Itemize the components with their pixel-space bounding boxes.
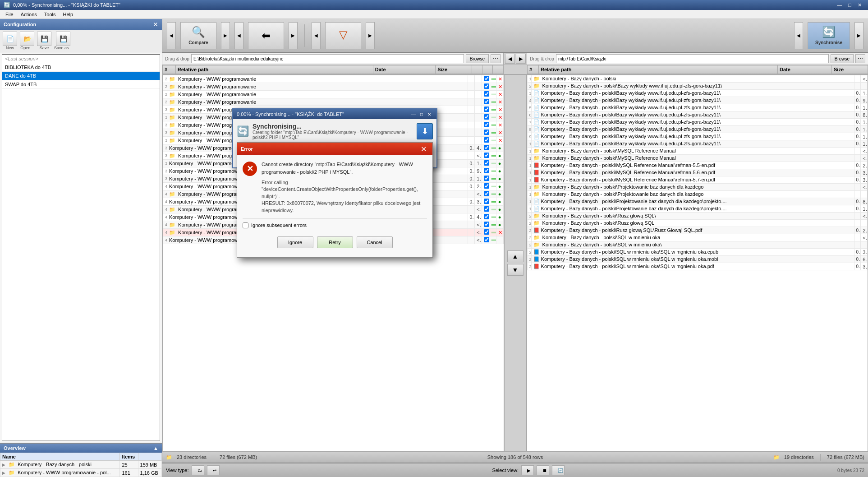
right-browse-button[interactable]: Browse bbox=[831, 54, 854, 63]
table-row[interactable]: 12📁 Komputery - Bazy danych - polski\MyS… bbox=[527, 155, 868, 162]
row-check[interactable] bbox=[484, 229, 489, 235]
left-panel-btn[interactable]: ⬅ bbox=[248, 22, 284, 49]
table-row[interactable]: 20📁 Komputery - Bazy danych - polski\Rus… bbox=[527, 213, 868, 220]
row-check[interactable] bbox=[484, 168, 489, 173]
config-session-3[interactable]: SWAP do 4TB bbox=[2, 80, 160, 89]
sync-minimize-button[interactable]: — bbox=[409, 110, 418, 118]
cancel-button[interactable]: Cancel bbox=[357, 236, 393, 248]
filter-arrow-right[interactable]: ▶ bbox=[366, 22, 375, 49]
view-type-btn1[interactable]: 🗂 bbox=[192, 465, 204, 475]
compare-arrow-left[interactable]: ◀ bbox=[167, 22, 176, 49]
table-row[interactable]: 26📘 Komputery - Bazy danych - polski\SQL… bbox=[527, 256, 868, 263]
right-path-input[interactable] bbox=[556, 54, 829, 63]
row-check[interactable] bbox=[484, 130, 489, 135]
row-check[interactable] bbox=[484, 91, 489, 97]
menu-help[interactable]: Help bbox=[60, 11, 77, 18]
right-col-path[interactable]: Relative path bbox=[539, 65, 778, 74]
row-check[interactable] bbox=[484, 237, 489, 242]
tool-new-button[interactable]: 📄 bbox=[3, 32, 17, 46]
left-col-size[interactable]: Size bbox=[436, 65, 472, 74]
table-row[interactable]: 15📕 Komputery - Bazy danych - polski\MyS… bbox=[527, 176, 868, 184]
row-check[interactable] bbox=[484, 83, 489, 89]
row-check[interactable] bbox=[484, 145, 489, 150]
table-row[interactable]: 9📄 Komputery - Bazy danych - polski\Bazy… bbox=[527, 133, 868, 140]
expand-icon-2[interactable]: ▶ bbox=[2, 471, 5, 475]
row-check[interactable] bbox=[484, 114, 489, 120]
row-check[interactable] bbox=[484, 153, 489, 158]
table-row[interactable]: 11📁 Komputery - Bazy danych - polski\MyS… bbox=[527, 148, 868, 155]
maximize-button[interactable]: □ bbox=[845, 1, 854, 9]
left-nav-button[interactable]: ⋯ bbox=[491, 54, 501, 63]
left-path-input[interactable] bbox=[191, 54, 464, 63]
menu-tools[interactable]: Tools bbox=[41, 11, 60, 18]
menu-file[interactable]: File bbox=[2, 11, 17, 18]
right-nav-button[interactable]: ⋯ bbox=[855, 54, 865, 63]
sync-arrow-right[interactable]: ▶ bbox=[854, 22, 863, 49]
table-row[interactable]: 17📁 Komputery - Bazy danych - polski\Pro… bbox=[527, 191, 868, 198]
row-check[interactable] bbox=[484, 214, 489, 219]
filter-button[interactable]: ▽ bbox=[325, 22, 361, 49]
row-check[interactable] bbox=[484, 160, 489, 166]
table-row[interactable]: 13📕 Komputery - Bazy danych - polski\MyS… bbox=[527, 162, 868, 169]
row-check[interactable] bbox=[484, 122, 489, 127]
row-check[interactable] bbox=[484, 99, 489, 104]
config-session-2[interactable]: DANE do 4TB bbox=[2, 72, 160, 80]
overview-row-1[interactable]: ▶ 📁 Komputery - Bazy danych - polski 25 … bbox=[0, 461, 162, 469]
overview-row-2[interactable]: ▶ 📁 Komputery - WWW programowanie - pol.… bbox=[0, 469, 162, 477]
config-session-last[interactable]: <Last session> bbox=[2, 55, 160, 63]
row-check[interactable] bbox=[484, 183, 489, 189]
select-view-btn3[interactable]: 🔄 bbox=[552, 465, 565, 475]
retry-button[interactable]: Retry bbox=[317, 236, 353, 248]
right-table-scroll[interactable]: 1📁 Komputery - Bazy danych - polski<Fold… bbox=[527, 75, 868, 451]
table-row[interactable]: 3📄 Komputery - Bazy danych - polski\Bazy… bbox=[527, 90, 868, 97]
expand-icon-1[interactable]: ▶ bbox=[2, 463, 5, 467]
compare-button[interactable]: 🔍 Compare bbox=[180, 22, 216, 49]
overview-header[interactable]: Overview ▲ bbox=[0, 444, 162, 453]
close-button[interactable]: ✕ bbox=[855, 1, 864, 9]
error-close-button[interactable]: ✕ bbox=[418, 144, 429, 154]
splitter-up-button[interactable]: ▲ bbox=[507, 250, 524, 262]
right-col-date[interactable]: Date bbox=[778, 65, 832, 74]
config-session-1[interactable]: BIBLIOTEKA do 4TB bbox=[2, 63, 160, 72]
left-arrow-btn1[interactable]: ◀ bbox=[234, 22, 243, 49]
table-row[interactable]: 29📁 Komputery - WWW programowanie⟹✕ bbox=[163, 98, 504, 106]
table-row[interactable]: 4📄 Komputery - Bazy danych - polski\Bazy… bbox=[527, 97, 868, 104]
select-view-btn1[interactable]: ▶ bbox=[521, 465, 534, 475]
view-type-btn2[interactable]: ↩ bbox=[207, 465, 220, 475]
table-row[interactable]: 8📄 Komputery - Bazy danych - polski\Bazy… bbox=[527, 126, 868, 133]
config-close-button[interactable]: ✕ bbox=[153, 21, 158, 28]
select-view-btn2[interactable]: ⏹ bbox=[537, 465, 549, 475]
table-row[interactable]: 6📄 Komputery - Bazy danych - polski\Bazy… bbox=[527, 111, 868, 119]
sync-close-button[interactable]: ✕ bbox=[426, 110, 433, 118]
table-row[interactable]: 23📁 Komputery - Bazy danych - polski\SQL… bbox=[527, 234, 868, 241]
splitter-down-button[interactable]: ▼ bbox=[507, 264, 524, 276]
left-arrow-btn2[interactable]: ▶ bbox=[289, 22, 298, 49]
right-col-size[interactable]: Size bbox=[832, 65, 868, 74]
compare-arrow-right[interactable]: ▶ bbox=[221, 22, 230, 49]
table-row[interactable]: 22📕 Komputery - Bazy danych - polski\Rus… bbox=[527, 227, 868, 234]
left-col-num[interactable]: # bbox=[163, 65, 176, 74]
table-row[interactable]: 25📘 Komputery - Bazy danych - polski\SQL… bbox=[527, 249, 868, 256]
synchronise-button[interactable]: 🔄 Synchronise bbox=[808, 22, 850, 49]
ignore-subsequent-checkbox[interactable] bbox=[243, 222, 248, 228]
table-row[interactable]: 21📁 Komputery - Bazy danych - polski\Rus… bbox=[527, 220, 868, 227]
table-row[interactable]: 14📕 Komputery - Bazy danych - polski\MyS… bbox=[527, 169, 868, 176]
sync-action-button[interactable]: ⬇ bbox=[417, 123, 433, 139]
filter-arrow-left[interactable]: ◀ bbox=[312, 22, 321, 49]
menu-actions[interactable]: Actions bbox=[17, 11, 41, 18]
transfer-left-button[interactable]: ◀ bbox=[505, 54, 515, 64]
table-row[interactable]: 19📄 Komputery - Bazy danych - polski\Pro… bbox=[527, 205, 868, 213]
tool-save-button[interactable]: 💾 bbox=[37, 32, 51, 46]
table-row[interactable]: 27📁 Komputery - WWW programowanie⟹✕ bbox=[163, 83, 504, 91]
minimize-button[interactable]: — bbox=[834, 1, 845, 9]
left-col-path[interactable]: Relative path bbox=[175, 65, 373, 74]
sync-arrow-left[interactable]: ◀ bbox=[794, 22, 803, 49]
table-row[interactable]: 1📁 Komputery - Bazy danych - polski<Fold… bbox=[527, 75, 868, 83]
right-col-num[interactable]: # bbox=[528, 65, 539, 74]
table-row[interactable]: 2📁 Komputery - Bazy danych - polski\Bazy… bbox=[527, 83, 868, 90]
tool-saveas-button[interactable]: 💾 bbox=[56, 32, 70, 46]
table-row[interactable]: 26📁 Komputery - WWW programowanie⟹✕ bbox=[163, 75, 504, 83]
table-row[interactable]: 18📄 Komputery - Bazy danych - polski\Pro… bbox=[527, 198, 868, 205]
row-check[interactable] bbox=[484, 199, 489, 204]
row-check[interactable] bbox=[484, 176, 489, 181]
